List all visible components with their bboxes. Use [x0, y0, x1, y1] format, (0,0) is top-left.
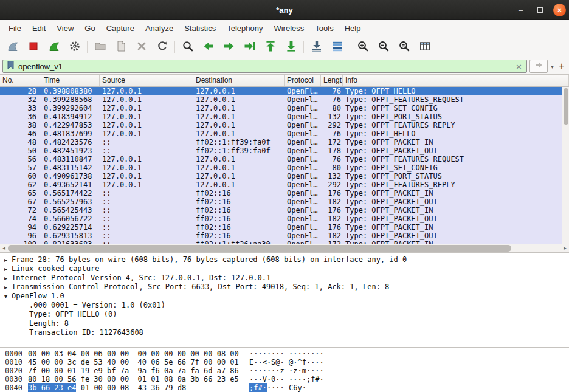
zoom-100-button[interactable]	[395, 39, 413, 56]
restart-capture-button[interactable]	[44, 39, 63, 56]
packet-cell-no: 33	[0, 104, 41, 112]
filter-bookmark-icon[interactable]	[6, 60, 15, 72]
scroll-left-icon[interactable]: ◂	[0, 244, 8, 252]
packet-row[interactable]: 380.422947853127.0.0.1127.0.0.1OpenFl…29…	[0, 121, 569, 129]
filter-apply-button[interactable]	[529, 60, 548, 73]
menu-item-statistics[interactable]: Statistics	[179, 21, 221, 35]
column-header-length[interactable]: Length	[321, 75, 343, 86]
expander-collapsed-icon[interactable]: ▸	[0, 264, 12, 273]
arrow-up-icon	[264, 40, 277, 55]
maximize-button[interactable]	[534, 4, 547, 16]
packet-row[interactable]: 720.565425443::ff02::16OpenFl…176Type: O…	[0, 206, 569, 215]
menu-item-capture[interactable]: Capture	[101, 21, 140, 35]
title-bar[interactable]: *any – ×	[0, 0, 569, 20]
resize-columns-button[interactable]	[415, 39, 434, 56]
close-file-button[interactable]	[132, 39, 151, 56]
colorize-packets-button[interactable]	[328, 39, 347, 56]
filter-add-button[interactable]: +	[557, 60, 567, 73]
go-to-first-packet-button[interactable]	[261, 39, 280, 56]
auto-scroll-button[interactable]	[307, 39, 326, 56]
packet-row[interactable]: 600.490961738127.0.0.1127.0.0.1OpenFl…13…	[0, 172, 569, 181]
packet-cell-dst: 127.0.0.1	[193, 172, 284, 181]
column-header-time[interactable]: Time	[41, 75, 100, 86]
go-to-packet-button[interactable]	[240, 39, 259, 56]
hex-row[interactable]: 00403b 66 23 e4 01 00 00 08 43 36 79 d8;…	[0, 383, 569, 392]
packet-row[interactable]: 650.565174422::ff02::16OpenFl…176Type: O…	[0, 189, 569, 198]
column-header-destination[interactable]: Destination	[193, 75, 284, 86]
hex-row[interactable]: 003080 18 00 56 fe 30 00 00 01 01 08 0a …	[0, 375, 569, 383]
toolbar-separator	[350, 41, 350, 53]
packet-row[interactable]: 670.565257963::ff02::16OpenFl…182Type: O…	[0, 198, 569, 206]
vertical-scrollbar[interactable]	[562, 87, 569, 244]
close-button[interactable]: ×	[553, 4, 566, 16]
menu-item-go[interactable]: Go	[79, 21, 100, 35]
packet-row[interactable]: 480.482423576::ff02::1:ff39:fa0fOpenFl…1…	[0, 138, 569, 146]
detail-line[interactable]: ▸Linux cooked capture	[0, 264, 569, 273]
packet-row[interactable]: 1090.821633683::ff02::1:ff26:aa30OpenFl……	[0, 240, 569, 244]
detail-line[interactable]: ▾OpenFlow 1.0	[0, 292, 569, 301]
capture-options-button[interactable]	[65, 39, 84, 56]
packet-row[interactable]: 360.418394912127.0.0.1127.0.0.1OpenFl…13…	[0, 112, 569, 121]
go-forward-button[interactable]	[219, 39, 238, 56]
zoom-in-button[interactable]	[353, 39, 372, 56]
filter-input[interactable]	[18, 62, 511, 71]
column-header-protocol[interactable]: Protocol	[284, 75, 321, 86]
filter-dropdown-icon[interactable]: ▾	[550, 63, 554, 70]
reload-file-button[interactable]	[153, 39, 171, 56]
zoom-out-button[interactable]	[374, 39, 393, 56]
horizontal-scrollbar-track[interactable]	[8, 244, 561, 252]
horizontal-scrollbar[interactable]: ◂ ▸	[0, 244, 569, 252]
packet-row[interactable]: 460.481837699127.0.0.1127.0.0.1OpenFl…76…	[0, 129, 569, 138]
packet-row[interactable]: 940.629225714::ff02::16OpenFl…176Type: O…	[0, 223, 569, 232]
column-header-info[interactable]: Info	[343, 75, 569, 86]
start-capture-button[interactable]	[3, 39, 22, 56]
detail-line[interactable]: ▸Internet Protocol Version 4, Src: 127.0…	[0, 273, 569, 283]
detail-line[interactable]: ▸Transmission Control Protocol, Src Port…	[0, 283, 569, 292]
menu-item-help[interactable]: Help	[339, 21, 367, 35]
column-header-source[interactable]: Source	[100, 75, 193, 86]
horizontal-scrollbar-thumb[interactable]	[8, 245, 511, 252]
packet-row[interactable]: 960.629315813::ff02::16OpenFl…182Type: O…	[0, 232, 569, 240]
packet-row[interactable]: 280.398808380127.0.0.1127.0.0.1OpenFl…76…	[0, 87, 569, 95]
detail-line[interactable]: .000 0001 = Version: 1.0 (0x01)	[0, 301, 569, 310]
packet-row[interactable]: 320.399288568127.0.0.1127.0.0.1OpenFl…76…	[0, 95, 569, 104]
scroll-right-icon[interactable]: ▸	[561, 244, 569, 252]
hex-row[interactable]: 00207f 00 00 01 19 e9 bf 7a 9a f6 0a 7a …	[0, 366, 569, 375]
detail-line[interactable]: Type: OFPT_HELLO (0)	[0, 310, 569, 319]
packet-row[interactable]: 560.483110847127.0.0.1127.0.0.1OpenFl…76…	[0, 155, 569, 163]
filter-clear-icon[interactable]: ×	[514, 62, 523, 71]
save-file-button[interactable]	[111, 39, 130, 56]
stop-capture-button[interactable]	[24, 39, 43, 56]
packet-cell-no: 32	[0, 95, 41, 104]
detail-line[interactable]: ▸Frame 28: 76 bytes on wire (608 bits), …	[0, 255, 569, 264]
packet-row[interactable]: 500.482451923::ff02::1:ff39:fa0fOpenFl…1…	[0, 146, 569, 155]
expander-collapsed-icon[interactable]: ▸	[0, 283, 12, 292]
packet-cell-no: 48	[0, 138, 41, 146]
packet-row[interactable]: 740.566056722::ff02::16OpenFl…182Type: O…	[0, 215, 569, 223]
hex-row[interactable]: 000000 00 03 04 00 06 00 00 00 00 00 00 …	[0, 349, 569, 358]
expander-collapsed-icon[interactable]: ▸	[0, 255, 12, 264]
hex-ascii: E··<·S@· @·^f····	[249, 358, 324, 366]
packet-row[interactable]: 330.399292604127.0.0.1127.0.0.1OpenFl…80…	[0, 104, 569, 112]
go-to-last-packet-button[interactable]	[281, 39, 300, 56]
find-packet-button[interactable]	[178, 39, 197, 56]
menu-item-analyze[interactable]: Analyze	[140, 21, 179, 35]
detail-line[interactable]: Transaction ID: 1127643608	[0, 328, 569, 337]
menu-item-tools[interactable]: Tools	[309, 21, 339, 35]
column-header-no[interactable]: No.	[0, 75, 41, 86]
menu-item-view[interactable]: View	[51, 21, 79, 35]
expander-collapsed-icon[interactable]: ▸	[0, 273, 12, 283]
packet-row[interactable]: 620.493652141127.0.0.1127.0.0.1OpenFl…29…	[0, 181, 569, 189]
minimize-button[interactable]: –	[514, 4, 527, 16]
expander-expanded-icon[interactable]: ▾	[0, 292, 12, 301]
packet-row[interactable]: 570.483115142127.0.0.1127.0.0.1OpenFl…80…	[0, 163, 569, 172]
go-back-button[interactable]	[199, 39, 218, 56]
menu-item-file[interactable]: File	[3, 21, 27, 35]
hex-row[interactable]: 001045 00 00 3c de 53 40 00 40 06 5e 66 …	[0, 358, 569, 366]
menu-item-edit[interactable]: Edit	[27, 21, 51, 35]
menu-item-telephony[interactable]: Telephony	[221, 21, 268, 35]
detail-line[interactable]: Length: 8	[0, 319, 569, 328]
vertical-scrollbar-thumb[interactable]	[564, 88, 568, 125]
menu-item-wireless[interactable]: Wireless	[268, 21, 309, 35]
open-file-button[interactable]	[91, 39, 109, 56]
